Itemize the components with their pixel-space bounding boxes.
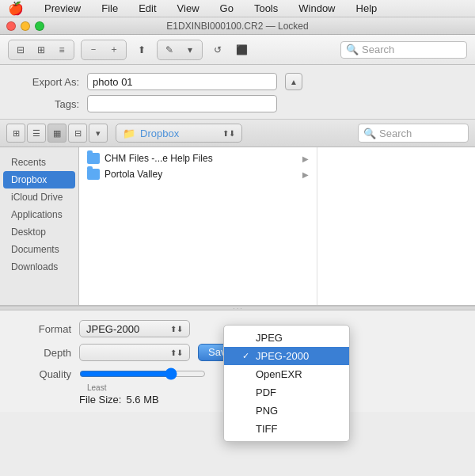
bottom-panel: Format JPEG-2000 ⬆⬇ JPEG ✓ JPEG-2000 Ope…: [0, 310, 475, 412]
dropdown-item-label: TIFF: [256, 423, 277, 435]
dropdown-item-pdf[interactable]: PDF: [224, 383, 349, 402]
location-label: Dropbox: [140, 128, 179, 139]
tags-input[interactable]: [87, 95, 277, 112]
zoom-group: － ＋: [81, 40, 127, 60]
main-content: Recents Dropbox iCloud Drive Application…: [0, 147, 475, 306]
dropdown-item-png[interactable]: PNG: [224, 402, 349, 420]
finder-bar: ⊞ ☰ ▦ ⊟ ▾ 📁 Dropbox ⬆⬇ 🔍 Search: [0, 119, 475, 147]
pen-dropdown[interactable]: ▾: [181, 41, 199, 59]
menu-file[interactable]: File: [97, 1, 123, 16]
dropdown-item-label: OpenEXR: [256, 368, 302, 380]
export-as-row: Export As: ▲: [0, 65, 475, 95]
list-item[interactable]: CHM Files -...e Help Files ▶: [79, 150, 317, 166]
sidebar-item-downloads[interactable]: Downloads: [3, 258, 75, 276]
finder-search-placeholder: Search: [379, 128, 412, 139]
file-size-value: 5.6 MB: [126, 394, 158, 406]
location-dropdown[interactable]: 📁 Dropbox ⬆⬇: [116, 124, 242, 143]
format-row: Format JPEG-2000 ⬆⬇ JPEG ✓ JPEG-2000 Ope…: [16, 317, 459, 341]
expand-button[interactable]: ▲: [285, 73, 302, 90]
view-btn-extra[interactable]: ▾: [89, 124, 108, 143]
sidebar-item-applications[interactable]: Applications: [3, 206, 75, 223]
tags-row: Tags:: [0, 95, 475, 119]
view-toggle-group: ⊟ ⊞ ≡: [8, 40, 74, 60]
toolbar: ⊟ ⊞ ≡ － ＋ ⬆ ✎ ▾ ↺ ⬛ 🔍 Search: [0, 35, 475, 65]
file-size-label: File Size:: [79, 394, 121, 406]
menu-preview[interactable]: Preview: [40, 1, 86, 16]
zoom-button[interactable]: [35, 21, 44, 31]
title-bar: E1DXINBI000100.CR2 — Locked: [0, 17, 475, 35]
dropdown-item-label: JPEG-2000: [256, 350, 309, 362]
menu-edit[interactable]: Edit: [134, 1, 161, 16]
format-value: JPEG-2000: [86, 323, 139, 335]
menu-view[interactable]: View: [173, 1, 204, 16]
zoom-out-btn[interactable]: －: [85, 41, 102, 59]
format-label: Format: [16, 323, 71, 335]
export-filename-input[interactable]: [87, 73, 277, 90]
search-icon: 🔍: [363, 128, 376, 139]
search-icon: 🔍: [346, 44, 359, 55]
check-icon: ✓: [240, 351, 251, 361]
close-button[interactable]: [6, 21, 16, 31]
grid-view-btn[interactable]: ⊞: [32, 41, 50, 59]
share-btn[interactable]: ⬆: [133, 41, 150, 59]
depth-dropdown-icon: ⬆⬇: [170, 348, 183, 357]
arrow-icon: ▶: [302, 154, 309, 163]
sidebar-toggle-btn[interactable]: ⊟: [12, 41, 29, 59]
annotate-group: ✎ ▾: [157, 40, 203, 60]
pen-btn[interactable]: ✎: [161, 41, 178, 59]
dropdown-item-label: PDF: [256, 387, 276, 398]
menu-go[interactable]: Go: [215, 1, 238, 16]
sidebar-item-documents[interactable]: Documents: [3, 241, 75, 258]
depth-label: Depth: [16, 347, 71, 359]
file-name: Portola Valley: [104, 169, 162, 180]
minimize-button[interactable]: [21, 21, 30, 31]
format-select-button[interactable]: JPEG-2000 ⬆⬇: [79, 320, 190, 337]
format-dropdown-menu: JPEG ✓ JPEG-2000 OpenEXR PDF PNG TIFF: [223, 325, 350, 442]
dropdown-item-jpeg[interactable]: JPEG: [224, 329, 349, 347]
toolbar-search[interactable]: 🔍 Search: [340, 41, 467, 59]
list-view-btn[interactable]: ≡: [53, 41, 70, 59]
folder-icon: 📁: [123, 128, 135, 139]
export-as-label: Export As:: [16, 76, 79, 88]
dropdown-item-tiff[interactable]: TIFF: [224, 420, 349, 438]
tags-label: Tags:: [16, 98, 79, 110]
depth-select-button[interactable]: ⬆⬇: [79, 344, 190, 361]
menu-help[interactable]: Help: [352, 1, 382, 16]
menu-tools[interactable]: Tools: [249, 1, 283, 16]
traffic-lights: [6, 21, 44, 31]
view-btn-list[interactable]: ☰: [27, 124, 46, 143]
arrow-icon: ▶: [302, 170, 309, 179]
list-item[interactable]: Portola Valley ▶: [79, 166, 317, 182]
sidebar-item-desktop[interactable]: Desktop: [3, 223, 75, 241]
file-list: CHM Files -...e Help Files ▶ Portola Val…: [79, 147, 317, 305]
dropdown-chevron-icon: ⬆⬇: [222, 129, 235, 138]
quality-min-label: Least: [87, 383, 106, 392]
crop-btn[interactable]: ⬛: [233, 41, 250, 59]
file-name: CHM Files -...e Help Files: [104, 153, 213, 164]
folder-icon: [87, 153, 100, 164]
sidebar-item-icloud[interactable]: iCloud Drive: [3, 188, 75, 206]
format-dropdown-icon: ⬆⬇: [170, 325, 183, 333]
apple-menu[interactable]: 🍎: [3, 0, 28, 17]
rotate-btn[interactable]: ↺: [209, 41, 226, 59]
finder-search[interactable]: 🔍 Search: [358, 124, 469, 143]
zoom-in-btn[interactable]: ＋: [105, 41, 123, 59]
view-btn-icon[interactable]: ⊞: [6, 124, 25, 143]
sidebar-item-recents[interactable]: Recents: [3, 154, 75, 171]
sidebar: Recents Dropbox iCloud Drive Application…: [0, 147, 79, 305]
dropdown-item-jpeg2000[interactable]: ✓ JPEG-2000: [224, 347, 349, 365]
dropdown-item-label: PNG: [256, 405, 278, 417]
sidebar-item-dropbox[interactable]: Dropbox: [3, 171, 75, 188]
quality-slider[interactable]: [79, 367, 206, 380]
dropdown-item-label: JPEG: [256, 332, 283, 344]
view-btn-cover[interactable]: ⊟: [68, 124, 87, 143]
menu-window[interactable]: Window: [294, 1, 340, 16]
window-title: E1DXINBI000100.CR2 — Locked: [166, 21, 308, 32]
view-btn-column[interactable]: ▦: [48, 124, 66, 143]
view-buttons-group: ⊞ ☰ ▦ ⊟ ▾: [6, 124, 108, 143]
quality-label: Quality: [16, 368, 71, 380]
dropdown-item-openexr[interactable]: OpenEXR: [224, 365, 349, 383]
empty-column: [317, 147, 475, 305]
folder-icon: [87, 169, 100, 180]
toolbar-search-placeholder: Search: [362, 44, 394, 55]
